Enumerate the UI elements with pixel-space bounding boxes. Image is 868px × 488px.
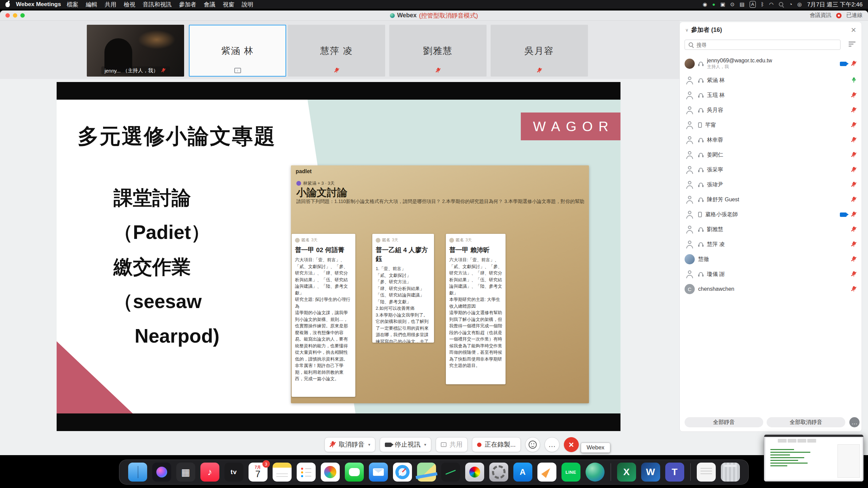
menubar-menu-item[interactable]: 共用: [101, 1, 120, 8]
control-center-icon[interactable]: ◔: [789, 1, 792, 7]
dock-music[interactable]: ♪: [200, 463, 219, 482]
participant-row[interactable]: 劉雅慧: [680, 222, 862, 237]
keyboard-icon[interactable]: ▤: [739, 1, 744, 7]
mic-muted-icon[interactable]: [851, 137, 856, 143]
participant-row[interactable]: Cchenshawchen: [680, 282, 862, 297]
dock-teams[interactable]: T: [665, 463, 684, 482]
collapse-chevron-icon[interactable]: ∨: [685, 27, 689, 33]
chevron-down-icon[interactable]: ▾: [424, 442, 426, 447]
mic-muted-icon[interactable]: [851, 182, 856, 188]
mic-muted-icon[interactable]: [851, 271, 856, 277]
participant-row[interactable]: 姜閎仁: [680, 147, 862, 162]
close-panel-button[interactable]: ×: [851, 26, 856, 33]
participant-row[interactable]: 紫涵 林: [680, 73, 862, 88]
mic-muted-icon[interactable]: [851, 212, 856, 218]
chevron-down-icon[interactable]: ▾: [368, 442, 370, 447]
menubar-menu-item[interactable]: 參加者: [175, 1, 200, 8]
dock-siri[interactable]: [152, 463, 171, 482]
input-source-icon[interactable]: A: [750, 1, 756, 8]
display-icon[interactable]: ▣: [721, 1, 725, 7]
dock-finder[interactable]: [128, 463, 147, 482]
dock-line[interactable]: LINE: [561, 463, 580, 482]
video-tile[interactable]: 慧萍 凌: [288, 25, 385, 77]
menubar-menu-item[interactable]: 說明: [238, 1, 257, 8]
mic-muted-icon[interactable]: [851, 61, 856, 67]
mic-muted-icon[interactable]: [851, 242, 856, 247]
dock-trash[interactable]: [721, 463, 740, 482]
menubar-app-name[interactable]: Webex Meetings: [16, 1, 61, 8]
search-input[interactable]: [696, 42, 837, 48]
mic-muted-icon[interactable]: [851, 197, 856, 203]
participant-row[interactable]: 張瑋尹: [680, 177, 862, 192]
dock-calendar[interactable]: 7月73: [249, 463, 268, 482]
dock-app-store[interactable]: A: [513, 463, 532, 482]
participant-row[interactable]: 玉琨 林: [680, 88, 862, 103]
participant-row[interactable]: 芊甯: [680, 118, 862, 133]
meeting-info-button[interactable]: 會議資訊: [810, 12, 831, 19]
participant-row[interactable]: 陳舒芳 Guest: [680, 192, 862, 207]
menubar-menu-item[interactable]: 視窗: [219, 1, 238, 8]
menubar-menu-item[interactable]: 會議: [200, 1, 219, 8]
menubar-menu-item[interactable]: 音訊和視訊: [139, 1, 175, 8]
dock-safari[interactable]: [393, 463, 412, 482]
dock-pages[interactable]: [537, 463, 556, 482]
menubar-menu-item[interactable]: 編輯: [82, 1, 101, 8]
dock-word[interactable]: W: [641, 463, 660, 482]
dock-system-preferences[interactable]: [489, 463, 508, 482]
mic-muted-icon[interactable]: [851, 167, 856, 173]
video-tile[interactable]: 劉雅慧: [389, 25, 487, 77]
video-tile[interactable]: 吳月容: [491, 25, 588, 77]
reactions-button[interactable]: [525, 437, 540, 452]
recording-status-icon[interactable]: ●: [712, 1, 715, 7]
camera-on-icon[interactable]: [840, 212, 847, 217]
dock-notes[interactable]: [273, 463, 292, 482]
participant-row[interactable]: 張采寧: [680, 162, 862, 177]
participant-row[interactable]: jenny069@wagor.tc.edu.tw主持人，我: [680, 55, 862, 73]
window-minimize-button[interactable]: [13, 13, 17, 18]
dock-reminders[interactable]: [297, 463, 316, 482]
dock-launchpad[interactable]: ▦: [176, 463, 195, 482]
mic-muted-icon[interactable]: [851, 93, 856, 98]
mic-muted-icon[interactable]: [851, 257, 856, 262]
window-close-button[interactable]: [5, 13, 10, 18]
mic-muted-icon[interactable]: [435, 68, 440, 73]
mic-muted-icon[interactable]: [851, 107, 856, 113]
mic-muted-icon[interactable]: [334, 68, 339, 73]
mic-muted-icon[interactable]: [161, 68, 165, 73]
dock-mail[interactable]: [369, 463, 388, 482]
dock-tv[interactable]: tv: [224, 463, 243, 482]
dock-messages[interactable]: [345, 463, 364, 482]
dock-maps[interactable]: [417, 463, 436, 482]
mic-muted-icon[interactable]: [851, 122, 856, 128]
unmute-button[interactable]: 取消靜音 ▾: [324, 437, 375, 452]
menubar-clock[interactable]: 7月7日 週三 下午2:46: [807, 1, 863, 8]
video-tile[interactable]: 紫涵 林↑: [189, 25, 286, 77]
window-zoom-button[interactable]: [20, 13, 25, 18]
menubar-menu-item[interactable]: 檔案: [63, 1, 82, 8]
participant-row[interactable]: 吳月容: [680, 103, 862, 118]
webex-menu-icon[interactable]: ◉: [703, 1, 707, 7]
mic-muted-icon[interactable]: [537, 68, 541, 73]
sort-icon[interactable]: [849, 42, 855, 47]
video-tile[interactable]: jenny...（主持人，我）: [87, 25, 184, 77]
share-preview-window[interactable]: [764, 434, 864, 482]
dock-excel[interactable]: X: [617, 463, 636, 482]
dock-stocks[interactable]: [441, 463, 460, 482]
leave-meeting-button[interactable]: ×: [564, 437, 579, 452]
mic-on-icon[interactable]: [851, 78, 856, 83]
participant-row[interactable]: 慧徹: [680, 252, 862, 267]
apple-menu-icon[interactable]: [5, 2, 10, 7]
siri-icon[interactable]: ◎: [797, 1, 802, 7]
more-options-button[interactable]: …: [849, 417, 860, 427]
wifi-icon[interactable]: ◠: [769, 1, 773, 7]
stop-video-button[interactable]: 停止視訊 ▾: [380, 437, 431, 452]
mic-muted-icon[interactable]: [851, 152, 856, 158]
dock-documents[interactable]: [697, 463, 716, 482]
participant-row[interactable]: 林幸蓉: [680, 133, 862, 147]
mic-muted-icon[interactable]: [851, 286, 856, 292]
participant-row[interactable]: 慧萍 凌: [680, 237, 862, 252]
camera-on-icon[interactable]: [840, 62, 847, 66]
mute-all-button[interactable]: 全部靜音: [685, 417, 763, 427]
unmute-all-button[interactable]: 全部取消靜音: [767, 417, 845, 427]
mouse-icon[interactable]: ⊙: [730, 1, 735, 7]
